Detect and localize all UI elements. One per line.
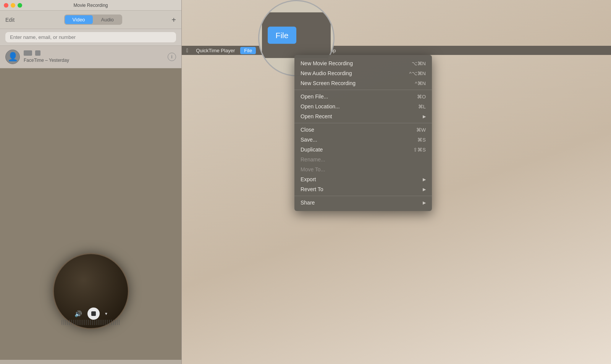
menubar:  QuickTime Player File Edit View Window…: [182, 46, 611, 55]
facetime-main: 🔊 ▾: [0, 68, 181, 360]
info-icon: i: [171, 54, 172, 60]
new-audio-shortcut: ^⌥⌘N: [409, 71, 426, 76]
menu-item-move-to: Move To...: [294, 164, 432, 174]
recording-circle: 🔊 ▾: [53, 253, 129, 329]
contact-info-button[interactable]: i: [168, 53, 176, 61]
menu-item-open-recent[interactable]: Open Recent ▶: [294, 111, 432, 121]
audio-tab[interactable]: Audio: [94, 15, 121, 24]
contact-type-icons: [24, 50, 168, 56]
share-label: Share: [301, 200, 419, 206]
audio-waveform: [61, 320, 120, 325]
rename-label: Rename...: [301, 156, 426, 163]
volume-icon[interactable]: 🔊: [74, 310, 82, 317]
menu-section-new: New Movie Recording ⌥⌘N New Audio Record…: [294, 57, 432, 90]
close-shortcut: ⌘W: [416, 127, 426, 133]
menu-item-open-file[interactable]: Open File... ⌘O: [294, 92, 432, 101]
stop-icon: [91, 311, 96, 316]
titlebar-buttons: [4, 3, 22, 8]
edit-button[interactable]: Edit: [5, 17, 15, 23]
window-titlebar: Movie Recording: [0, 0, 181, 11]
avatar: 👤: [5, 50, 20, 64]
recording-controls: 🔊 ▾: [74, 308, 107, 320]
export-label: Export: [301, 176, 419, 182]
close-label: Close: [301, 127, 409, 133]
video-icon: [24, 50, 32, 56]
phone-icon: [35, 50, 40, 56]
revert-to-label: Revert To: [301, 186, 419, 192]
search-bar: [0, 29, 181, 46]
menu-item-new-screen[interactable]: New Screen Recording ^⌘N: [294, 78, 432, 88]
menu-section-file-ops: Close ⌘W Save... ⌘S Duplicate ⇧⌘S Rename…: [294, 123, 432, 196]
chevron-down-icon[interactable]: ▾: [105, 311, 107, 316]
menubar-item-file[interactable]: File: [240, 47, 256, 54]
maximize-button[interactable]: [18, 3, 22, 8]
menu-item-duplicate[interactable]: Duplicate ⇧⌘S: [294, 145, 432, 155]
menu-item-new-audio[interactable]: New Audio Recording ^⌥⌘N: [294, 68, 432, 78]
menu-item-share[interactable]: Share ▶: [294, 198, 432, 208]
new-screen-label: New Screen Recording: [301, 80, 407, 86]
contact-name: FaceTime – Yesterday: [24, 58, 69, 63]
menu-item-open-location[interactable]: Open Location... ⌘L: [294, 101, 432, 111]
left-window: Movie Recording Edit Video Audio + 👤 Fac…: [0, 0, 182, 364]
add-button[interactable]: +: [171, 16, 176, 24]
new-audio-label: New Audio Recording: [301, 70, 402, 76]
svg-text:File: File: [276, 31, 289, 39]
menu-item-revert-to[interactable]: Revert To ▶: [294, 184, 432, 194]
duplicate-shortcut: ⇧⌘S: [413, 147, 426, 153]
search-input[interactable]: [5, 32, 176, 42]
share-arrow-icon: ▶: [423, 200, 426, 205]
menu-section-open: Open File... ⌘O Open Location... ⌘L Open…: [294, 90, 432, 123]
stop-record-button[interactable]: [87, 308, 100, 320]
new-screen-shortcut: ^⌘N: [415, 81, 426, 86]
facetime-toolbar: Edit Video Audio +: [0, 11, 181, 29]
open-location-shortcut: ⌘L: [418, 104, 426, 110]
menu-item-export[interactable]: Export ▶: [294, 174, 432, 184]
open-location-label: Open Location...: [301, 103, 411, 110]
save-shortcut: ⌘S: [417, 137, 426, 143]
menu-section-share: Share ▶: [294, 196, 432, 209]
new-movie-label: New Movie Recording: [301, 60, 404, 66]
minimize-button[interactable]: [11, 3, 15, 8]
duplicate-label: Duplicate: [301, 147, 406, 153]
menu-item-save[interactable]: Save... ⌘S: [294, 135, 432, 145]
video-tab[interactable]: Video: [65, 15, 93, 24]
file-dropdown-menu: New Movie Recording ⌥⌘N New Audio Record…: [294, 55, 432, 211]
export-arrow-icon: ▶: [423, 177, 426, 182]
open-recent-arrow-icon: ▶: [423, 114, 426, 119]
segment-control: Video Audio: [64, 14, 122, 25]
open-file-label: Open File...: [301, 93, 409, 100]
contact-info: FaceTime – Yesterday: [24, 50, 168, 63]
menu-item-close[interactable]: Close ⌘W: [294, 125, 432, 135]
save-label: Save...: [301, 137, 410, 143]
menu-item-rename: Rename...: [294, 155, 432, 164]
open-file-shortcut: ⌘O: [417, 94, 426, 100]
revert-to-arrow-icon: ▶: [423, 187, 426, 192]
contact-row[interactable]: 👤 FaceTime – Yesterday i: [0, 46, 181, 68]
open-recent-label: Open Recent: [301, 113, 419, 119]
move-to-label: Move To...: [301, 166, 426, 172]
close-button[interactable]: [4, 3, 8, 8]
window-title: Movie Recording: [73, 3, 108, 8]
new-movie-shortcut: ⌥⌘N: [412, 61, 426, 66]
menu-item-new-movie[interactable]: New Movie Recording ⌥⌘N: [294, 58, 432, 68]
menubar-item-quicktime[interactable]: QuickTime Player: [192, 47, 239, 54]
apple-logo[interactable]: : [186, 47, 188, 53]
avatar-icon: 👤: [8, 52, 18, 62]
right-area: File  QuickTime Player File Edit View W…: [182, 0, 611, 364]
